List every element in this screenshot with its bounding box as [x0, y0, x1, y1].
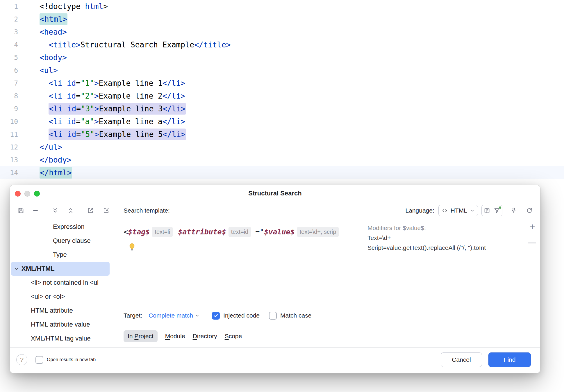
template-list-item[interactable]: XML/HTML	[11, 262, 110, 276]
template-list-item[interactable]: Query clause	[10, 234, 116, 248]
language-select[interactable]: HTML	[438, 205, 478, 216]
add-modifier-button[interactable]: +	[527, 221, 537, 232]
match-case-label: Match case	[280, 312, 311, 319]
line-number: 3	[0, 26, 23, 38]
code-line[interactable]: 1<!doctype html>	[0, 0, 564, 13]
filter-chip[interactable]: text=li	[152, 227, 173, 237]
scope-in-project[interactable]: In Project	[124, 330, 158, 342]
collapse-all-icon	[67, 207, 74, 214]
template-list-item[interactable]: <ul> or <ol>	[10, 290, 116, 304]
refresh-icon	[526, 207, 533, 214]
collapse-all-button[interactable]	[67, 207, 74, 214]
search-template-editor[interactable]: <$tag$text=li$attribute$text=id ="$value…	[116, 219, 364, 306]
expand-all-button[interactable]	[51, 207, 59, 214]
match-case-checkbox[interactable]	[269, 312, 277, 320]
template-list-item[interactable]: HTML attribute value	[10, 318, 116, 332]
import-template-button[interactable]	[102, 207, 110, 214]
template-list-label: <ul> or <ol>	[31, 293, 65, 300]
code-text: <ul>	[23, 64, 58, 77]
expand-all-icon	[52, 207, 59, 214]
template-variable[interactable]: $tag$	[128, 228, 150, 236]
modifiers-header: Modifiers for $value$:	[367, 223, 524, 233]
code-line[interactable]: 8 <li id="2">Example line 2</li>	[0, 90, 564, 102]
code-line[interactable]: 14</html>	[0, 166, 564, 179]
template-list-item[interactable]: Type	[10, 248, 116, 262]
code-line[interactable]: 4 <title>Structural Search Example</titl…	[0, 38, 564, 51]
line-number: 10	[0, 115, 23, 128]
modifier-lines: Text=\d+Script=value.getText().replaceAl…	[367, 233, 524, 253]
template-list-item[interactable]: XML/HTML tag value	[10, 332, 116, 345]
injected-code-checkbox[interactable]	[212, 312, 220, 320]
filter-chip[interactable]: text=id	[229, 227, 251, 237]
code-text: <head>	[23, 26, 67, 38]
template-tools-group	[481, 205, 502, 216]
modifier-line: Script=value.getText().replaceAll (/"/, …	[367, 243, 524, 253]
template-list-item[interactable]: Expression	[10, 220, 116, 234]
line-number: 14	[0, 166, 23, 179]
close-window-button[interactable]	[15, 191, 21, 197]
scrollbar-thumb[interactable]	[528, 243, 536, 243]
scope-module[interactable]: Module	[165, 333, 185, 340]
reset-button[interactable]	[526, 207, 533, 214]
zoom-window-button[interactable]	[34, 191, 40, 197]
window-controls	[15, 191, 40, 197]
find-button[interactable]: Find	[488, 352, 531, 367]
templates-toolbar	[10, 202, 116, 219]
code-line[interactable]: 2<html>	[0, 13, 564, 26]
template-list-label: XML/HTML	[22, 265, 55, 272]
code-line[interactable]: 3<head>	[0, 26, 564, 38]
code-line[interactable]: 11 <li id="5">Example line 5</li>	[0, 128, 564, 141]
existing-templates-sidebar: ExpressionQuery clauseTypeXML/HTML<li> n…	[10, 219, 116, 347]
line-number: 6	[0, 64, 23, 77]
export-template-button[interactable]	[87, 207, 94, 214]
scope-directory[interactable]: Directory	[193, 333, 217, 340]
code-line[interactable]: 7 <li id="1">Example line 1</li>	[0, 77, 564, 90]
code-text: </body>	[23, 154, 72, 166]
code-line[interactable]: 13</body>	[0, 154, 564, 166]
template-variable[interactable]: $value$	[264, 228, 295, 236]
help-button[interactable]: ?	[16, 354, 27, 365]
search-template-input[interactable]: <$tag$text=li$attribute$text=id ="$value…	[124, 225, 364, 238]
code-text: <li id="1">Example line 1</li>	[23, 77, 185, 90]
code-text: <html>	[23, 13, 67, 26]
scope-scope[interactable]: Scope	[225, 333, 242, 340]
code-line[interactable]: 6<ul>	[0, 64, 564, 77]
matching-tag-highlight: </html>	[40, 167, 72, 179]
line-number: 7	[0, 77, 23, 90]
template-list-label: HTML attribute value	[31, 321, 90, 328]
save-template-button[interactable]	[17, 207, 25, 214]
search-match-highlight: <li id="3">Example line 3</li>	[49, 103, 186, 115]
open-results-checkbox[interactable]	[35, 356, 43, 364]
filter-chip[interactable]: text=\d+, scrip	[297, 227, 339, 237]
html-code-icon	[442, 207, 448, 214]
code-text: <body>	[23, 51, 67, 64]
target-row: Target: Complete match Injected code Ma	[116, 306, 364, 325]
template-list-label: <li> not contained in <ul	[31, 279, 99, 286]
template-list-item[interactable]: <li> not contained in <ul	[10, 276, 116, 290]
code-line[interactable]: 10 <li id="a">Example line a</li>	[0, 115, 564, 128]
search-match-highlight: <li id="5">Example line 5</li>	[49, 129, 186, 140]
minus-icon	[32, 207, 39, 214]
template-text: ="	[251, 228, 264, 236]
line-number: 1	[0, 0, 23, 13]
code-text: <li id="2">Example line 2</li>	[23, 90, 185, 102]
existing-templates-button[interactable]	[483, 207, 491, 214]
code-line[interactable]: 5<body>	[0, 51, 564, 64]
intention-bulb-icon[interactable]	[128, 243, 136, 251]
filter-button[interactable]	[493, 207, 501, 214]
save-icon	[17, 207, 24, 214]
open-results-label: Open results in new tab	[47, 357, 96, 362]
chevron-down-icon	[470, 208, 475, 213]
pin-dialog-button[interactable]	[510, 207, 517, 214]
code-line[interactable]: 12</ul>	[0, 141, 564, 154]
template-variable[interactable]: $attribute$	[178, 228, 226, 236]
code-line[interactable]: 9 <li id="3">Example line 3</li>	[0, 102, 564, 115]
cancel-button[interactable]: Cancel	[441, 352, 482, 367]
target-select[interactable]: Complete match	[149, 312, 200, 319]
dialog-titlebar[interactable]: Structural Search	[10, 185, 540, 202]
remove-template-button[interactable]	[32, 207, 39, 214]
dialog-toolbar: Search template: Language: HTML	[10, 202, 540, 219]
dialog-title: Structural Search	[248, 190, 301, 197]
template-list-item[interactable]: HTML attribute	[10, 304, 116, 318]
code-text: </html>	[23, 166, 72, 179]
